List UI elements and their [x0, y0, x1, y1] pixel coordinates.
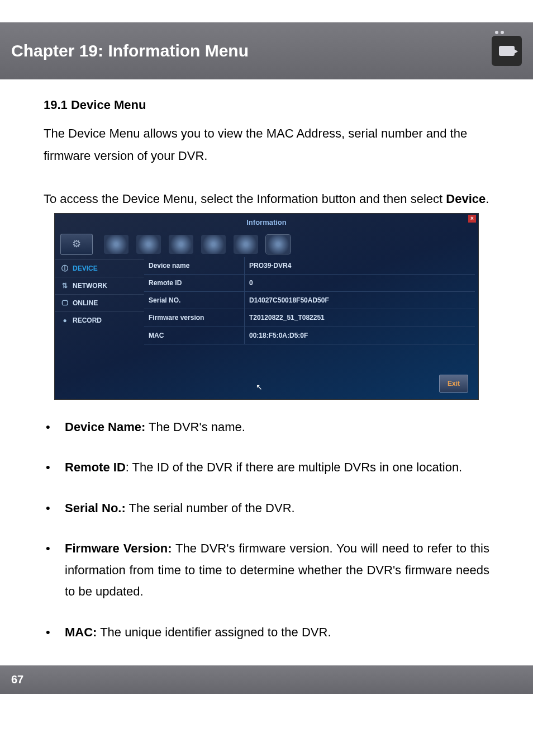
sidebar-item-label: NETWORK — [73, 280, 107, 292]
row-value: T20120822_51_T082251 — [245, 309, 475, 326]
thumb-icon[interactable] — [201, 235, 226, 254]
access-text-bold: Device — [446, 192, 486, 206]
page-number: 67 — [11, 673, 23, 686]
table-row: Firmware version T20120822_51_T082251 — [144, 309, 475, 327]
row-value: 0 — [245, 275, 475, 291]
network-icon: ⇅ — [60, 282, 69, 290]
definition: : The ID of the DVR if there are multipl… — [126, 460, 462, 474]
term: Firmware Version: — [65, 541, 172, 555]
definition: The serial number of the DVR. — [126, 501, 295, 515]
term: Device Name: — [65, 420, 145, 434]
chapter-header: Chapter 19: Information Menu — [0, 22, 533, 79]
list-item: Remote ID: The ID of the DVR if there ar… — [65, 457, 489, 479]
sidebar-item-label: DEVICE — [73, 262, 98, 275]
intro-paragraph: The Device Menu allows you to view the M… — [44, 122, 489, 168]
definition: The DVR's name. — [145, 420, 245, 434]
table-row: Remote ID 0 — [144, 275, 475, 292]
list-item: MAC: The unique identifier assigned to t… — [65, 622, 489, 644]
cursor-icon: ↖ — [256, 380, 263, 395]
chapter-title: Chapter 19: Information Menu — [11, 41, 249, 60]
camera-icon — [492, 36, 522, 66]
thumb-icon[interactable] — [234, 235, 258, 254]
table-row: Device name PRO39-DVR4 — [144, 257, 475, 275]
record-icon: ● — [60, 316, 69, 324]
sidebar-item-label: ONLINE — [73, 297, 98, 309]
term: Remote ID — [65, 460, 126, 474]
row-value: PRO39-DVR4 — [245, 257, 475, 274]
sidebar: ⓘ DEVICE ⇅ NETWORK 🖵 ONLINE ● RECORD — [55, 257, 144, 399]
monitor-icon: 🖵 — [60, 299, 69, 307]
thumb-icon[interactable] — [104, 235, 129, 254]
row-value: D14027C50018F50AD50F — [245, 292, 475, 309]
table-row: MAC 00:18:F5:0A:D5:0F — [144, 327, 475, 344]
info-icon: ⓘ — [60, 264, 69, 272]
thumb-icon[interactable] — [266, 235, 291, 254]
exit-button[interactable]: Exit — [439, 375, 468, 393]
access-paragraph: To access the Device Menu, select the In… — [44, 188, 489, 211]
row-key: Remote ID — [144, 275, 245, 291]
window-title-text: Information — [246, 218, 287, 226]
row-key: MAC — [144, 327, 245, 344]
section-heading: 19.1 Device Menu — [44, 94, 489, 117]
toolbar-home-icon[interactable]: ⚙ — [60, 234, 93, 255]
row-key: Device name — [144, 257, 245, 274]
access-text-pre: To access the Device Menu, select the In… — [44, 192, 446, 206]
sidebar-item-label: RECORD — [73, 314, 102, 327]
sidebar-item-device[interactable]: ⓘ DEVICE — [55, 259, 144, 277]
list-item: Serial No.: The serial number of the DVR… — [65, 498, 489, 519]
page-content: 19.1 Device Menu The Device Menu allows … — [0, 79, 533, 643]
row-key: Serial NO. — [144, 292, 245, 309]
sidebar-item-record[interactable]: ● RECORD — [55, 311, 144, 329]
sidebar-item-online[interactable]: 🖵 ONLINE — [55, 294, 144, 311]
window-title: Information × — [55, 214, 478, 231]
list-item: Firmware Version: The DVR's firmware ver… — [65, 538, 489, 603]
definition: The unique identifier assigned to the DV… — [97, 625, 331, 639]
toolbar-icons: ⚙ — [55, 231, 478, 257]
term: MAC: — [65, 625, 97, 639]
sidebar-item-network[interactable]: ⇅ NETWORK — [55, 277, 144, 294]
definition-list: Device Name: The DVR's name. Remote ID: … — [44, 417, 489, 644]
term: Serial No.: — [65, 501, 126, 515]
thumb-icon[interactable] — [136, 235, 161, 254]
table-row: Serial NO. D14027C50018F50AD50F — [144, 292, 475, 309]
dvr-screenshot: Information × ⚙ ⓘ DEVICE ⇅ — [54, 213, 479, 400]
row-key: Firmware version — [144, 309, 245, 326]
info-table: Device name PRO39-DVR4 Remote ID 0 Seria… — [144, 257, 478, 399]
thumb-icon[interactable] — [169, 235, 193, 254]
row-value: 00:18:F5:0A:D5:0F — [245, 327, 475, 344]
access-text-post: . — [486, 192, 489, 206]
close-icon[interactable]: × — [468, 215, 476, 223]
page-footer: 67 — [0, 665, 533, 694]
list-item: Device Name: The DVR's name. — [65, 417, 489, 438]
